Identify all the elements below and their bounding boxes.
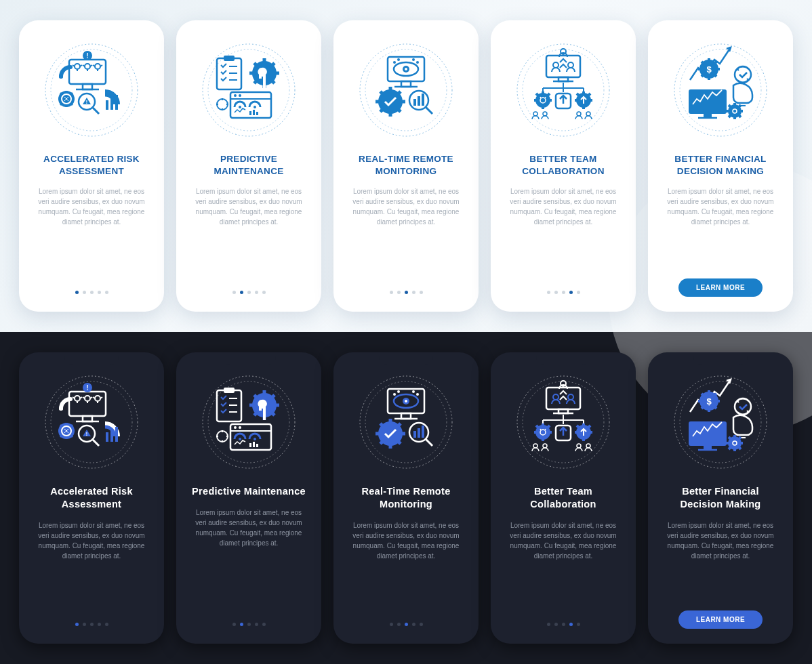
pagination-dot[interactable] bbox=[562, 623, 565, 626]
pagination-dot[interactable] bbox=[547, 291, 550, 294]
pagination-dot[interactable] bbox=[247, 623, 251, 626]
pagination-dot[interactable] bbox=[390, 623, 393, 626]
svg-rect-53 bbox=[413, 99, 416, 106]
pagination-dot[interactable] bbox=[90, 623, 94, 626]
svg-rect-106 bbox=[110, 430, 113, 442]
svg-rect-16 bbox=[106, 100, 108, 110]
svg-point-163 bbox=[543, 444, 547, 448]
pagination-dot[interactable] bbox=[547, 623, 550, 626]
pagination-dots bbox=[390, 291, 423, 294]
screen-description: Lorem ipsum dolor sit amet, ne eos veri … bbox=[660, 186, 781, 278]
pagination-dot[interactable] bbox=[105, 291, 108, 294]
svg-point-10 bbox=[59, 75, 63, 79]
pagination-dot[interactable] bbox=[255, 623, 258, 626]
pagination-dot[interactable] bbox=[262, 291, 266, 294]
pagination-dot[interactable] bbox=[98, 623, 101, 626]
svg-text:$: $ bbox=[706, 64, 712, 75]
svg-rect-105 bbox=[106, 432, 108, 442]
svg-rect-124 bbox=[253, 442, 255, 447]
svg-point-75 bbox=[577, 112, 581, 116]
pagination-dot[interactable] bbox=[232, 291, 236, 294]
svg-text:$: $ bbox=[706, 396, 712, 407]
monitoring-icon bbox=[355, 371, 457, 473]
svg-point-150 bbox=[553, 394, 559, 400]
svg-point-33 bbox=[253, 106, 256, 108]
screen-title: ACCELERATED RISK ASSESSMENT bbox=[31, 153, 152, 177]
svg-line-103 bbox=[93, 440, 99, 446]
svg-point-162 bbox=[533, 444, 537, 448]
pagination-dot[interactable] bbox=[247, 291, 251, 294]
pagination-dot[interactable] bbox=[562, 291, 565, 294]
pagination-dot[interactable] bbox=[412, 623, 415, 626]
pagination-dot[interactable] bbox=[577, 291, 580, 294]
pagination-dot[interactable] bbox=[397, 623, 401, 626]
team-icon bbox=[512, 371, 614, 473]
svg-point-96 bbox=[95, 396, 100, 401]
svg-point-19 bbox=[203, 44, 295, 136]
screen-description: Lorem ipsum dolor sit amet, ne eos veri … bbox=[188, 186, 309, 291]
finance-icon: $ bbox=[670, 39, 771, 141]
learn-more-button[interactable]: LEARN MORE bbox=[678, 610, 763, 629]
svg-point-99 bbox=[59, 407, 63, 411]
svg-point-127 bbox=[360, 376, 452, 468]
svg-rect-34 bbox=[249, 111, 251, 115]
pagination-dot[interactable] bbox=[397, 291, 401, 294]
pagination-dot[interactable] bbox=[83, 623, 86, 626]
onboarding-screen-1: PREDICTIVE MAINTENANCELorem ipsum dolor … bbox=[176, 20, 321, 312]
pagination-dot[interactable] bbox=[554, 291, 558, 294]
phone-notch bbox=[536, 352, 590, 365]
pagination-dot[interactable] bbox=[105, 623, 108, 626]
svg-point-138 bbox=[412, 390, 415, 393]
pagination-dot[interactable] bbox=[98, 291, 101, 294]
pagination-dot[interactable] bbox=[569, 291, 573, 294]
pagination-dot[interactable] bbox=[412, 291, 415, 294]
onboarding-screen-3: Better Team CollaborationLorem ipsum dol… bbox=[491, 352, 636, 644]
onboarding-screen-0: ! ! ACCELERATED RISK ASSESSMENTLorem ips… bbox=[19, 20, 164, 312]
risk-icon: ! ! bbox=[41, 39, 142, 141]
svg-rect-125 bbox=[256, 444, 258, 447]
pagination-dot[interactable] bbox=[75, 623, 79, 626]
pagination-dot[interactable] bbox=[554, 623, 558, 626]
light-theme-row: ! ! ACCELERATED RISK ASSESSMENTLorem ips… bbox=[0, 0, 812, 332]
pagination-dot[interactable] bbox=[390, 291, 393, 294]
pagination-dot[interactable] bbox=[240, 623, 243, 626]
risk-icon: ! ! bbox=[41, 371, 142, 473]
svg-point-134 bbox=[405, 400, 407, 402]
svg-point-61 bbox=[553, 62, 559, 68]
svg-rect-36 bbox=[256, 112, 258, 115]
pagination-dot[interactable] bbox=[75, 291, 79, 294]
svg-rect-17 bbox=[110, 98, 113, 110]
pagination-dots bbox=[390, 623, 423, 626]
phone-notch bbox=[222, 20, 276, 33]
pagination-dot[interactable] bbox=[420, 623, 423, 626]
pagination-dot[interactable] bbox=[569, 623, 573, 626]
svg-rect-143 bbox=[418, 428, 420, 438]
screen-title: REAL-TIME REMOTE MONITORING bbox=[346, 153, 466, 177]
svg-point-151 bbox=[568, 394, 573, 400]
phone-notch bbox=[64, 20, 119, 33]
svg-point-137 bbox=[416, 393, 419, 396]
pagination-dot[interactable] bbox=[405, 291, 408, 294]
pagination-dot[interactable] bbox=[83, 291, 86, 294]
svg-rect-107 bbox=[115, 427, 118, 442]
pagination-dot[interactable] bbox=[255, 291, 258, 294]
pagination-dot[interactable] bbox=[405, 623, 408, 626]
learn-more-button[interactable]: LEARN MORE bbox=[678, 278, 763, 297]
svg-text:!: ! bbox=[86, 100, 87, 104]
svg-point-32 bbox=[239, 106, 241, 108]
pagination-dot[interactable] bbox=[262, 623, 266, 626]
onboarding-screen-3: BETTER TEAM COLLABORATIONLorem ipsum dol… bbox=[491, 20, 636, 312]
pagination-dot[interactable] bbox=[577, 623, 580, 626]
pagination-dot[interactable] bbox=[420, 291, 423, 294]
svg-point-30 bbox=[234, 94, 237, 97]
pagination-dots bbox=[232, 623, 266, 626]
monitoring-icon bbox=[355, 39, 457, 141]
svg-point-164 bbox=[577, 444, 581, 448]
phone-notch bbox=[379, 20, 433, 33]
svg-point-6 bbox=[85, 64, 90, 69]
pagination-dot[interactable] bbox=[232, 623, 236, 626]
onboarding-screen-2: REAL-TIME REMOTE MONITORINGLorem ipsum d… bbox=[333, 20, 479, 312]
svg-point-5 bbox=[75, 64, 80, 69]
pagination-dot[interactable] bbox=[240, 291, 243, 294]
pagination-dot[interactable] bbox=[90, 291, 94, 294]
